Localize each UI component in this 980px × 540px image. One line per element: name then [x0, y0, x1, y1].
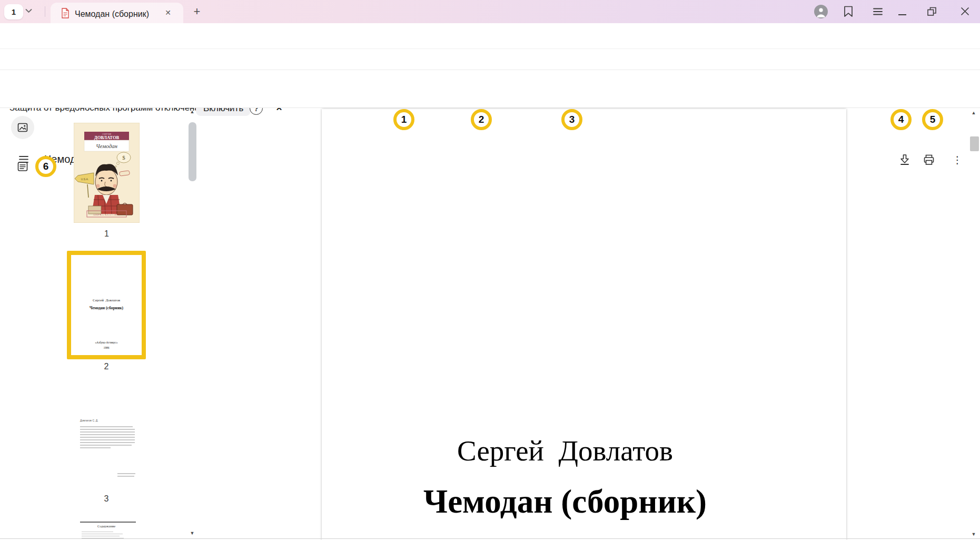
- svg-text:Чемодан: Чемодан: [96, 143, 118, 149]
- thumbnail-page-2-selected[interactable]: Сергей Довлатов Чемодан (сборник) «Азбук…: [67, 251, 146, 359]
- tab-counter-label: 1: [12, 7, 16, 16]
- toolbar-divider: [0, 107, 980, 108]
- browser-menu-icon[interactable]: [873, 8, 883, 15]
- thumb4-rule: [80, 522, 136, 523]
- sidebar-scrollbar-thumb[interactable]: [189, 122, 196, 181]
- annotation-circle-1: 1: [393, 109, 414, 130]
- thumb3-paragraph: [80, 426, 135, 450]
- page-title-heading: Чемодан (сборник): [322, 483, 846, 521]
- pdf-favicon-icon: [61, 8, 70, 18]
- tab-title: Чемодан (сборник): [75, 9, 159, 19]
- thumbnail-3-label: 3: [71, 494, 142, 504]
- thumb2-publisher: «Азбука-Аттикус»: [71, 341, 142, 344]
- main-scrollbar-thumb[interactable]: [970, 136, 979, 151]
- address-bar: Я file:///C:/Users/User/Downloads/Чемода…: [0, 23, 980, 49]
- window-minimize-button[interactable]: [898, 14, 906, 15]
- thumbnail-page-4[interactable]: Содержание: [71, 519, 142, 540]
- thumbnails-view-icon[interactable]: [16, 121, 29, 134]
- book-cover-art: СЕРГЕЙ ДОВЛАТОВ Чемодан $ U.S.A.: [74, 123, 140, 223]
- main-scroll-up-icon[interactable]: ▲: [969, 110, 978, 116]
- new-tab-button[interactable]: +: [191, 5, 203, 18]
- protection-notification-bar: Защита от вредоносных программ отключена…: [0, 49, 980, 70]
- pdf-page[interactable]: [322, 109, 846, 540]
- thumb3-head: Довлатов С. Д.: [80, 419, 98, 422]
- window-restore-button[interactable]: [927, 6, 937, 16]
- profile-avatar[interactable]: [814, 5, 828, 18]
- outline-view-icon[interactable]: [16, 160, 29, 173]
- download-pdf-icon[interactable]: [898, 153, 911, 166]
- tab-close-icon[interactable]: ✕: [163, 8, 173, 17]
- annotation-circle-3: 3: [561, 109, 582, 130]
- thumb2-year: 1986: [71, 346, 142, 349]
- annotation-circle-2: 2: [471, 109, 492, 130]
- print-pdf-icon[interactable]: [923, 153, 935, 166]
- annotation-1-number: 1: [401, 114, 407, 125]
- svg-text:ДОВЛАТОВ: ДОВЛАТОВ: [94, 135, 120, 140]
- tab-separator: [45, 6, 45, 17]
- annotation-circle-6: 6: [35, 156, 56, 177]
- page-author-heading: Сергей Довлатов: [322, 434, 846, 467]
- pdf-more-icon[interactable]: ⋮: [953, 153, 962, 166]
- annotation-6-number: 6: [43, 161, 49, 172]
- sidebar-scroll-down-icon[interactable]: ▼: [187, 530, 197, 536]
- sidebar-scroll-up-icon[interactable]: ▲: [187, 109, 197, 115]
- annotation-4-number: 4: [898, 114, 904, 125]
- thumb4-heading: Содержание: [71, 524, 142, 528]
- svg-text:$: $: [122, 154, 125, 161]
- thumbnail-1-label: 1: [74, 229, 140, 239]
- window-close-button[interactable]: [961, 7, 969, 16]
- thumbnail-page-3[interactable]: Довлатов С. Д.: [71, 408, 142, 493]
- chevron-down-icon[interactable]: [25, 8, 32, 13]
- annotation-3-number: 3: [569, 114, 575, 125]
- tab-counter-button[interactable]: 1: [4, 4, 23, 19]
- tab-bar: 1 Чемодан (сборник) ✕ +: [0, 0, 980, 23]
- main-scroll-down-icon[interactable]: ▼: [969, 531, 978, 537]
- bookmarks-panel-icon[interactable]: [843, 5, 854, 18]
- window-bottom-border: [0, 538, 980, 539]
- thumb3-copyright-lines: [117, 473, 135, 478]
- annotation-5-number: 5: [930, 114, 936, 125]
- thumbnail-2-page: Сергей Довлатов Чемодан (сборник) «Азбук…: [71, 255, 142, 355]
- annotation-circle-5: 5: [922, 109, 943, 130]
- active-tab[interactable]: Чемодан (сборник) ✕: [51, 3, 183, 23]
- thumbnail-2-label: 2: [67, 362, 146, 371]
- thumb2-title: Чемодан (сборник): [71, 306, 142, 310]
- annotation-circle-4: 4: [890, 109, 912, 130]
- thumb2-author: Сергей Довлатов: [71, 298, 142, 302]
- annotation-2-number: 2: [479, 114, 484, 125]
- thumbnail-page-1[interactable]: СЕРГЕЙ ДОВЛАТОВ Чемодан $ U.S.A.: [74, 123, 140, 223]
- svg-text:АЗБУКА-КЛАССИКА: АЗБУКА-КЛАССИКА: [93, 213, 121, 216]
- pdf-toolbar: Чемодан (сборник) 2 / 21 − 100% +: [0, 70, 980, 108]
- svg-text:U.S.A.: U.S.A.: [81, 178, 88, 181]
- browser-window: 1 Чемодан (сборник) ✕ +: [0, 0, 980, 540]
